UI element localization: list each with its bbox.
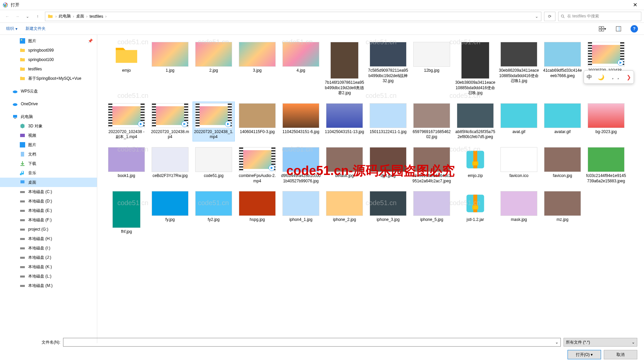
chevron-right-icon[interactable]: ›: [86, 14, 88, 19]
ime-lang[interactable]: 中: [587, 74, 592, 81]
file-item[interactable]: emjo: [105, 40, 148, 98]
file-item[interactable]: iphone_2.jpg: [323, 189, 366, 236]
sidebar-item-desktop[interactable]: 桌面: [0, 178, 97, 187]
sidebar-item-drive-f[interactable]: 本地磁盘 (F:): [0, 215, 97, 225]
ime-punct-icon[interactable]: ，，: [610, 74, 621, 81]
cancel-button[interactable]: 取消: [604, 350, 637, 359]
file-item[interactable]: 20220720_102438.mp4: [149, 102, 191, 141]
sidebar-item-documents[interactable]: 文档: [0, 149, 97, 159]
chevron-right-icon[interactable]: ›: [72, 14, 75, 19]
file-item[interactable]: favicon.jpg: [541, 145, 584, 185]
file-item[interactable]: default.jpg: [323, 145, 366, 185]
chevron-right-icon[interactable]: ›: [105, 14, 107, 19]
forward-button[interactable]: →: [13, 12, 22, 21]
file-item[interactable]: bg-2023.jpg: [585, 102, 627, 141]
sidebar-item-videos[interactable]: 视频: [0, 131, 97, 140]
file-item[interactable]: hspg.jpg: [236, 189, 278, 236]
file-item[interactable]: 20220720_102438 - 副本.mp4: [585, 40, 627, 98]
sidebar-item-springboot100[interactable]: springboot100: [0, 55, 97, 64]
new-folder-button[interactable]: 新建文件夹: [25, 26, 46, 32]
file-item[interactable]: jstl-1.2.jar: [454, 189, 496, 236]
chevron-down-icon[interactable]: ⌄: [632, 340, 635, 345]
sidebar-item-this-pc[interactable]: 此电脑: [0, 112, 97, 121]
organize-menu[interactable]: 组织 ▾: [6, 26, 17, 32]
sidebar-item-drive-h[interactable]: 本地磁盘 (H:): [0, 234, 97, 243]
sidebar-item-drive-k[interactable]: 本地磁盘 (K:): [0, 262, 97, 272]
file-item[interactable]: 30eb38009a3411eace10885bda9dd416使命召唤.jpg: [454, 40, 496, 98]
file-item[interactable]: iphone_3.jpg: [367, 189, 409, 236]
sidebar-item-drive-j[interactable]: 本地磁盘 (J:): [0, 253, 97, 262]
file-item[interactable]: fhf.jpg: [105, 189, 148, 236]
file-item[interactable]: 30eb86209a3411eace10885bda9dd416使命召唤1.jp…: [498, 40, 540, 98]
up-button[interactable]: ↑: [33, 12, 42, 21]
sidebar-item-music[interactable]: 音乐: [0, 168, 97, 178]
open-button[interactable]: 打开(O) ▾: [568, 350, 601, 359]
sidebar-item-3d-objects[interactable]: 3D 对象: [0, 121, 97, 131]
sidebar-item-drive-c[interactable]: 本地磁盘 (C:): [0, 187, 97, 196]
chevron-down-icon[interactable]: ⌄: [555, 340, 558, 345]
search-input[interactable]: 在 testfiles 中搜索: [558, 12, 641, 21]
file-item[interactable]: 4.jpg: [280, 40, 322, 98]
file-item[interactable]: code51.jpg: [193, 145, 235, 185]
file-item[interactable]: iphone_5.jpg: [411, 189, 453, 236]
file-item[interactable]: 110425043151-6.jpg: [280, 102, 322, 141]
ime-more-icon[interactable]: ❯: [627, 74, 631, 80]
file-item[interactable]: d9fcb449fa428b1cc001b40527b99076.jpg: [280, 145, 322, 185]
file-item[interactable]: avatar.gif: [541, 102, 584, 141]
file-item[interactable]: 150113122411-1.jpg: [367, 102, 409, 141]
recent-dropdown[interactable]: ⌄: [23, 12, 32, 21]
file-item[interactable]: 3.jpg: [236, 40, 278, 98]
chevron-right-icon[interactable]: ›: [55, 14, 57, 19]
ime-mode-icon[interactable]: 🌙: [598, 74, 604, 80]
file-item[interactable]: iphon4_1.jpg: [280, 189, 322, 236]
file-item[interactable]: 41cab69df5d33c414eeeb7666.jpeg: [541, 40, 584, 98]
sidebar-item-drive-m[interactable]: 本地磁盘 (M:): [0, 281, 97, 290]
breadcrumb-item[interactable]: 桌面: [75, 13, 86, 19]
breadcrumb-item[interactable]: 此电脑: [57, 13, 72, 19]
file-item[interactable]: fy.jpg: [149, 189, 191, 236]
sidebar-item-drive-i[interactable]: 本地磁盘 (I:): [0, 243, 97, 253]
file-item[interactable]: ab85f4c6ca526f35a752ef80b1feb7d5.jpeg: [454, 102, 496, 141]
sidebar-item-drive-l[interactable]: 本地磁盘 (L:): [0, 272, 97, 281]
sidebar-item-drive-e[interactable]: 本地磁盘 (E:): [0, 206, 97, 215]
file-item[interactable]: djyt.jpeg: [367, 145, 409, 185]
sidebar-item-springboot099[interactable]: springboot099: [0, 46, 97, 55]
refresh-button[interactable]: ⟳: [544, 12, 555, 21]
ime-toolbar[interactable]: 中 🌙 ，， ❯: [584, 70, 634, 84]
breadcrumb-item[interactable]: testfiles: [88, 14, 105, 19]
file-item[interactable]: 7b146f10978611ea95b499dbc19d2de8奥德赛2.jpg: [323, 40, 366, 98]
file-item[interactable]: mz.jpg: [541, 189, 584, 236]
sidebar-item-spring-project[interactable]: 基于SpringBoot+MySQL+Vue: [0, 74, 97, 83]
address-bar[interactable]: › 此电脑 › 桌面 › testfiles › ⌄: [45, 12, 541, 21]
close-button[interactable]: ✕: [627, 0, 643, 10]
file-item[interactable]: 20220720_102438 - 副本_1.mp4: [105, 102, 148, 141]
file-item[interactable]: 1.jpg: [149, 40, 191, 98]
back-button[interactable]: ←: [3, 12, 12, 21]
file-item[interactable]: ceBd2F3Yz7Rw.jpg: [149, 145, 191, 185]
file-item[interactable]: emjo.zip: [454, 145, 496, 185]
file-item[interactable]: mask.jpg: [498, 189, 540, 236]
file-item[interactable]: 12bg.jpg: [411, 40, 453, 98]
file-item[interactable]: 2.jpg: [193, 40, 235, 98]
file-item[interactable]: 7c585d90978211ea95b499dbc19d2de8战神32.jpg: [367, 40, 409, 98]
sidebar-item-testfiles[interactable]: testfiles: [0, 64, 97, 74]
filename-input[interactable]: ⌄: [63, 338, 561, 347]
help-button[interactable]: ?: [631, 25, 638, 33]
file-item[interactable]: 110425043151-13.jpg: [323, 102, 366, 141]
sidebar-item-pictures2[interactable]: 图片: [0, 140, 97, 149]
sidebar-item-wps-cloud[interactable]: WPS云盘: [0, 86, 97, 96]
sidebar-item-drive-g[interactable]: project (G:): [0, 225, 97, 234]
sidebar-item-drive-d[interactable]: 本地磁盘 (D:): [0, 196, 97, 206]
file-type-select[interactable]: 所有文件 (*.*)⌄: [564, 338, 637, 347]
view-options-button[interactable]: ▾: [598, 25, 606, 33]
sidebar-item-onedrive[interactable]: OneDrive: [0, 99, 97, 109]
file-pane[interactable]: emjo1.jpg2.jpg3.jpg4.jpg7b146f10978611ea…: [97, 35, 644, 343]
file-item[interactable]: fc03c2144f94e1e9145739a6a2e15883.jpeg: [585, 145, 627, 185]
file-item[interactable]: 20220720_102438_1.mp4: [193, 102, 235, 141]
preview-pane-button[interactable]: [614, 25, 623, 33]
file-item[interactable]: combineFpsAudio-2.mp4: [236, 145, 278, 185]
file-item[interactable]: book1.jpg: [105, 145, 148, 185]
file-item[interactable]: favicon.ico: [498, 145, 540, 185]
file-item[interactable]: e34361369fb5864dc2951e2a64fc2ac7.jpeg: [411, 145, 453, 185]
file-item[interactable]: 6597969167168546202.jpg: [411, 102, 453, 141]
